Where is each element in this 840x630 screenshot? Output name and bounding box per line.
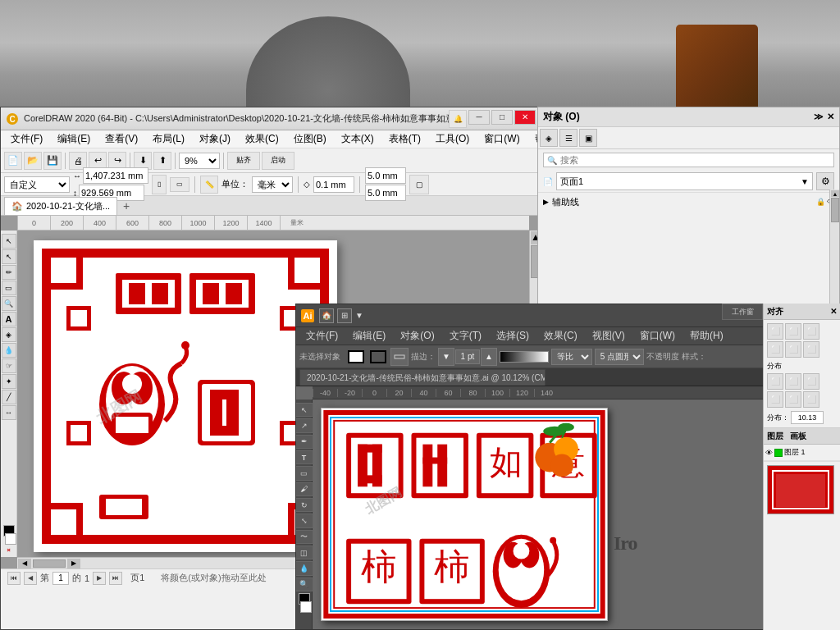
menu-table[interactable]: 表格(T) — [382, 130, 427, 148]
page1-gear[interactable]: ⚙ — [816, 172, 834, 190]
align-bottom-btn[interactable]: ⬜ — [803, 341, 819, 358]
launch-btn[interactable]: 启动 — [262, 152, 294, 170]
ai-menu-text[interactable]: 文字(T) — [443, 327, 488, 345]
connector-tool[interactable]: ╱ — [2, 390, 16, 404]
ai-stroke-input[interactable] — [455, 349, 480, 364]
ai-stroke-swatch[interactable] — [370, 350, 386, 363]
objects-search-input[interactable] — [560, 155, 830, 165]
scrollbar-h-left[interactable]: ◀ — [18, 559, 31, 568]
ai-zoom-tool[interactable]: 🔍 — [296, 578, 313, 591]
ai-gradient-swatch[interactable] — [500, 351, 549, 363]
panel-scroll-thumb[interactable] — [831, 198, 839, 222]
interact-tool[interactable]: ☞ — [2, 358, 16, 373]
ai-rotate-tool[interactable]: ↻ — [296, 498, 313, 512]
cdr-close-btn[interactable]: ✕ — [514, 110, 536, 125]
dist-btn6[interactable]: ⬜ — [803, 391, 819, 408]
ai-shape-select[interactable]: 5 点圆形 — [595, 349, 644, 365]
menu-text[interactable]: 文本(X) — [335, 130, 381, 148]
ai-warp-tool[interactable]: 〜 — [296, 530, 313, 544]
scrollbar-h-right[interactable]: ▶ — [67, 559, 80, 568]
ai-bg-swatch[interactable] — [300, 601, 312, 613]
frame-btn[interactable]: ▢ — [409, 175, 429, 194]
align-right-btn[interactable]: ⬜ — [803, 323, 819, 340]
ai-select-tool[interactable]: ↖ — [296, 403, 313, 417]
ai-fill-swatch[interactable] — [348, 350, 364, 363]
preset-h-input[interactable] — [365, 167, 406, 184]
ai-stroke-up[interactable]: ▲ — [481, 348, 497, 366]
notification-icon[interactable]: 🔔 — [449, 110, 467, 128]
dist-btn5[interactable]: ⬜ — [785, 391, 801, 408]
menu-view[interactable]: 查看(V) — [98, 130, 144, 148]
panel-close-btn[interactable]: ✕ — [827, 112, 834, 122]
rectangle-tool[interactable]: ▭ — [2, 281, 16, 295]
unit-select[interactable]: 毫米 — [252, 176, 293, 193]
page-first-btn[interactable]: ⏮ — [7, 572, 21, 585]
portrait-btn[interactable]: ▯ — [152, 175, 167, 194]
ai-doc-tab[interactable]: 2020-10-21-文化墙-传统民俗-柿柿如意事事如意.ai @ 10.12%… — [299, 369, 546, 386]
new-btn[interactable]: 📄 — [4, 152, 22, 170]
ai-stroke-down[interactable]: ▼ — [438, 348, 454, 366]
ai-menu-select[interactable]: 选择(S) — [490, 327, 536, 345]
fill-tool[interactable]: ◈ — [2, 327, 16, 342]
cdr-minimize-btn[interactable]: ─ — [468, 110, 490, 125]
menu-file[interactable]: 文件(F) — [4, 130, 49, 148]
ai-none-swatch[interactable] — [299, 614, 310, 626]
menu-object[interactable]: 对象(J) — [193, 130, 237, 148]
ai-align-select[interactable]: 等比 — [551, 349, 592, 365]
objects-tab-icon1[interactable]: ◈ — [540, 129, 558, 147]
menu-tools[interactable]: 工具(O) — [429, 130, 476, 148]
text-tool[interactable]: A — [2, 312, 16, 326]
dist-btn1[interactable]: ⬜ — [767, 373, 783, 390]
ai-menu-window[interactable]: 窗口(W) — [633, 327, 682, 345]
ai-text-tool[interactable]: T — [296, 450, 313, 464]
ai-scale-tool[interactable]: ⤡ — [296, 514, 313, 527]
freehand-tool[interactable]: ✏ — [2, 265, 16, 280]
menu-edit[interactable]: 编辑(E) — [51, 130, 97, 148]
preset-v-input[interactable] — [365, 185, 406, 201]
select-tool[interactable]: ↖ — [2, 234, 16, 249]
align-top-btn[interactable]: ⬜ — [767, 341, 783, 358]
objects-tab-icon3[interactable]: ▣ — [579, 129, 597, 147]
export-btn[interactable]: ⬆ — [153, 152, 171, 170]
page1-select[interactable]: 页面1 ▼ — [556, 172, 813, 190]
guide-add-icon[interactable]: 🔒 — [816, 198, 825, 206]
add-tab-btn[interactable]: + — [117, 197, 135, 215]
ai-paint-tool[interactable]: 🖌 — [296, 482, 313, 496]
objects-tab-icon2[interactable]: ☰ — [559, 129, 578, 147]
width-input[interactable] — [83, 167, 148, 184]
layer-eye-icon[interactable]: 👁 — [765, 449, 773, 457]
background-swatch[interactable] — [5, 533, 16, 545]
align-left-btn[interactable]: ⬜ — [767, 323, 783, 340]
page-number-input[interactable] — [52, 572, 69, 585]
page1-dropdown[interactable]: ▼ — [801, 177, 809, 186]
ai-menu-view[interactable]: 视图(V) — [586, 327, 632, 345]
panel-expand-btn[interactable]: ≫ — [814, 112, 824, 122]
landscape-btn[interactable]: ▭ — [170, 177, 189, 192]
ai-workspace-btn[interactable]: ⊞ — [337, 308, 352, 323]
zoom-tool[interactable]: 🔍 — [2, 296, 16, 311]
scrollbar-h-thumb[interactable] — [33, 559, 66, 568]
ai-stroke-mode-btn[interactable] — [390, 348, 409, 366]
menu-effects[interactable]: 效果(C) — [239, 130, 285, 148]
cdr-doc-tab[interactable]: 🏠 2020-10-21-文化墙... — [4, 197, 117, 215]
ai-pen-tool[interactable]: ✒ — [296, 435, 313, 449]
ai-menu-effects[interactable]: 效果(C) — [537, 327, 584, 345]
nudge-input[interactable] — [313, 176, 354, 193]
page-next-btn[interactable]: ▶ — [93, 572, 106, 585]
ai-shape-tool[interactable]: ▭ — [296, 466, 313, 480]
layer-row-1[interactable]: 👁 图层 1 — [764, 445, 840, 461]
ai-menu-object[interactable]: 对象(O) — [394, 327, 441, 345]
align-vmid-btn[interactable]: ⬜ — [785, 341, 801, 358]
zoom-select[interactable]: 9% — [179, 153, 220, 169]
ai-workspace-dropdown[interactable]: ▼ — [355, 311, 363, 320]
snap-btn[interactable]: 贴齐 — [227, 152, 260, 170]
dist-btn3[interactable]: ⬜ — [803, 373, 819, 390]
dist-btn4[interactable]: ⬜ — [767, 391, 783, 408]
align-panel-close[interactable]: ✕ — [830, 307, 837, 316]
dist-btn2[interactable]: ⬜ — [785, 373, 801, 390]
ai-gradient-tool[interactable]: ◫ — [296, 546, 313, 559]
dimension-tool[interactable]: ↔ — [2, 405, 16, 420]
cdr-document[interactable]: 北图网 — [34, 240, 337, 552]
guide-tree-item[interactable]: ▶ 辅助线 🔒 👁 — [538, 193, 839, 211]
subselect-tool[interactable]: ↖ — [2, 249, 16, 264]
